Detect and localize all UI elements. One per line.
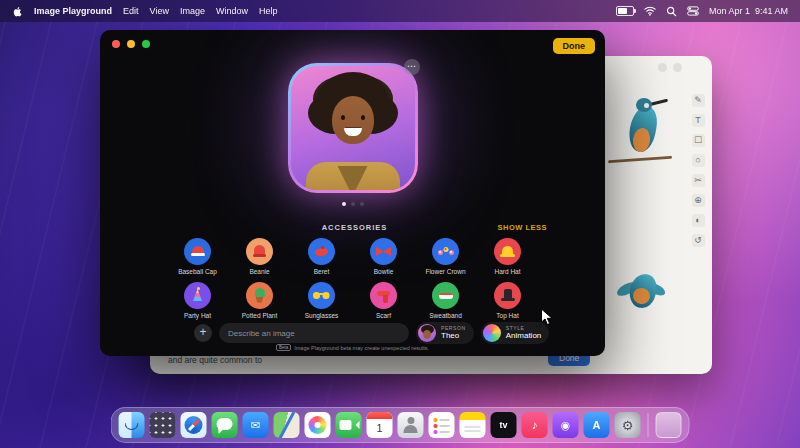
toolbar-button[interactable]: [658, 63, 667, 72]
accessory-bowtie[interactable]: Bowtie: [353, 238, 415, 275]
page-dot-1[interactable]: [342, 202, 346, 206]
crop-icon[interactable]: ✂: [692, 174, 705, 187]
dock-tv[interactable]: tv: [491, 412, 517, 438]
flying-bird-photo: [600, 264, 686, 344]
disclaimer-text: Image Playground beta may create unexpec…: [294, 345, 429, 351]
accessory-label: Potted Plant: [242, 312, 277, 319]
dock-notes[interactable]: [460, 412, 486, 438]
menu-view[interactable]: View: [150, 6, 169, 16]
beret-icon: [308, 238, 335, 265]
accessory-label: Flower Crown: [425, 268, 465, 275]
dock-podcasts[interactable]: ◉: [553, 412, 579, 438]
close-button[interactable]: [112, 40, 120, 48]
dock-calendar[interactable]: 1: [367, 412, 393, 438]
dock-mail[interactable]: ✉: [243, 412, 269, 438]
style-name: Animation: [506, 331, 542, 340]
shapes-icon[interactable]: ☐: [692, 134, 705, 147]
rotate-icon[interactable]: ↺: [692, 234, 705, 247]
contrast-icon[interactable]: ◐: [692, 214, 705, 227]
dock: ✉1tv♪◉A⚙: [111, 407, 690, 443]
menu-status-area: Mon Apr 1 9:41 AM: [616, 6, 788, 17]
menu-image[interactable]: Image: [180, 6, 205, 16]
icon-shape: [375, 243, 393, 261]
dock-safari[interactable]: [181, 412, 207, 438]
toolbar-button[interactable]: [673, 63, 682, 72]
dock-maps[interactable]: [274, 412, 300, 438]
style-chip[interactable]: STYLE Animation: [481, 322, 550, 344]
add-button[interactable]: +: [194, 324, 212, 342]
beanie-icon: [246, 238, 273, 265]
background-window-toolbar: [658, 63, 682, 72]
apple-logo-icon: [12, 5, 23, 18]
text-icon[interactable]: T: [692, 114, 705, 127]
icon-shape: [313, 243, 331, 261]
icon-shape: [375, 287, 393, 305]
menu-window[interactable]: Window: [216, 6, 248, 16]
more-options-button[interactable]: ⋯: [404, 59, 420, 75]
minimize-button[interactable]: [127, 40, 135, 48]
page-dot-3[interactable]: [360, 202, 364, 206]
accessory-potted-plant[interactable]: Potted Plant: [229, 282, 291, 319]
dock-reminders[interactable]: [429, 412, 455, 438]
accessory-hard-hat[interactable]: Hard Hat: [477, 238, 539, 275]
accessory-label: Sunglasses: [305, 312, 339, 319]
pen-icon[interactable]: ✎: [692, 94, 705, 107]
accessory-label: Beret: [314, 268, 330, 275]
add-icon[interactable]: ⊕: [692, 194, 705, 207]
icon-shape: [499, 287, 517, 305]
dock-trash[interactable]: [656, 412, 682, 438]
accessory-label: Party Hat: [184, 312, 211, 319]
accessory-sweatband[interactable]: Sweatband: [415, 282, 477, 319]
accessory-baseball-cap[interactable]: Baseball Cap: [167, 238, 229, 275]
show-less-button[interactable]: SHOW LESS: [497, 223, 547, 232]
menu-help[interactable]: Help: [259, 6, 278, 16]
menu-app-name[interactable]: Image Playground: [34, 6, 112, 16]
style-swatch-icon: [483, 324, 501, 342]
portrait-hoodie: [306, 162, 400, 190]
wifi-icon[interactable]: [644, 6, 656, 16]
accessory-flower-crown[interactable]: Flower Crown: [415, 238, 477, 275]
generated-image-frame: [288, 63, 418, 193]
dock-settings[interactable]: ⚙: [615, 412, 641, 438]
done-button[interactable]: Done: [553, 38, 596, 54]
top-hat-icon: [494, 282, 521, 309]
mouse-cursor: [540, 308, 554, 330]
dock-contacts[interactable]: [398, 412, 424, 438]
accessory-scarf[interactable]: Scarf: [353, 282, 415, 319]
page-dot-2[interactable]: [351, 202, 355, 206]
control-center-icon[interactable]: [687, 6, 699, 16]
zoom-button[interactable]: [142, 40, 150, 48]
potted-plant-icon: [246, 282, 273, 309]
dock-appstore[interactable]: A: [584, 412, 610, 438]
accessory-party-hat[interactable]: Party Hat: [167, 282, 229, 319]
party-hat-icon: [184, 282, 211, 309]
search-icon[interactable]: [666, 6, 677, 17]
prompt-bar: + PERSON Theo STYLE Animation: [194, 322, 549, 344]
dock-facetime[interactable]: [336, 412, 362, 438]
menu-edit[interactable]: Edit: [123, 6, 139, 16]
menu-clock[interactable]: Mon Apr 1 9:41 AM: [709, 6, 788, 16]
accessory-label: Baseball Cap: [178, 268, 217, 275]
dock-music[interactable]: ♪: [522, 412, 548, 438]
apple-menu[interactable]: [12, 5, 23, 18]
dock-finder[interactable]: [119, 412, 145, 438]
dock-launchpad[interactable]: [150, 412, 176, 438]
person-chip[interactable]: PERSON Theo: [416, 322, 474, 344]
accessory-beret[interactable]: Beret: [291, 238, 353, 275]
accessory-top-hat[interactable]: Top Hat: [477, 282, 539, 319]
prompt-input[interactable]: [219, 323, 409, 343]
dock-photos[interactable]: [305, 412, 331, 438]
circle-icon[interactable]: ○: [692, 154, 705, 167]
accessory-beanie[interactable]: Beanie: [229, 238, 291, 275]
accessory-label: Hard Hat: [494, 268, 520, 275]
sunglasses-icon: [308, 282, 335, 309]
dock-messages[interactable]: [212, 412, 238, 438]
portrait-face: [332, 96, 374, 144]
icon-shape: [251, 287, 269, 305]
icon-shape: [499, 243, 517, 261]
accessory-label: Sweatband: [429, 312, 462, 319]
hard-hat-icon: [494, 238, 521, 265]
person-name: Theo: [441, 331, 466, 340]
dock-separator: [648, 413, 649, 437]
accessory-sunglasses[interactable]: Sunglasses: [291, 282, 353, 319]
